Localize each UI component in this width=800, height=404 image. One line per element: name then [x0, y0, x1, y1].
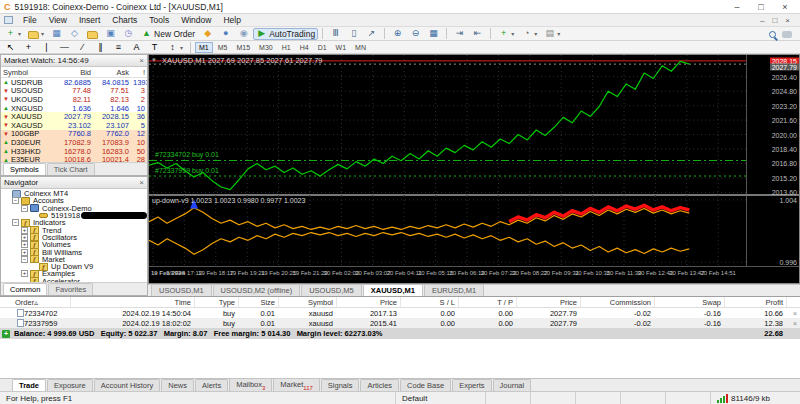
- tree-expand-icon[interactable]: +: [21, 234, 28, 241]
- line-chart-mode-button[interactable]: ↗: [363, 28, 380, 40]
- menu-view[interactable]: View: [43, 15, 73, 25]
- menu-help[interactable]: Help: [217, 15, 246, 25]
- zoom-in-button[interactable]: ⊕: [389, 28, 406, 40]
- new-order-button[interactable]: ▲New Order: [138, 28, 198, 40]
- column-header-ask[interactable]: Ask: [93, 68, 131, 77]
- terminal-tab-experts[interactable]: Experts: [452, 379, 491, 391]
- profiles-dropdown-arrow[interactable]: ▾: [41, 30, 44, 37]
- timeframe-w1[interactable]: W1: [332, 42, 351, 53]
- market-watch-row-xngusd[interactable]: ▲XNGUSD1.6361.64610: [1, 104, 147, 113]
- child-minimize-button[interactable]: –: [760, 16, 764, 25]
- menu-charts[interactable]: Charts: [106, 15, 143, 25]
- timeframe-m15[interactable]: M15: [232, 42, 254, 53]
- vertical-line-tool-button[interactable]: |: [38, 41, 55, 53]
- periods-button[interactable]: ◔▾: [518, 28, 540, 40]
- column-header-size[interactable]: Size: [238, 297, 278, 307]
- terminal-tab-market[interactable]: Market117: [273, 378, 320, 392]
- maximize-button[interactable]: □: [756, 2, 766, 12]
- menu-insert[interactable]: Insert: [73, 15, 106, 25]
- text-tool-button[interactable]: A: [128, 41, 145, 53]
- menu-tools[interactable]: Tools: [143, 15, 175, 25]
- metaeditor-button[interactable]: ◆: [199, 28, 216, 40]
- order-row-72337959[interactable]: 723379592024.02.19 18:02:02buy0.01xauusd…: [0, 318, 800, 328]
- strategy-tester-button[interactable]: ◷: [120, 28, 137, 40]
- tree-expand-icon[interactable]: +: [21, 249, 28, 256]
- order-row-72334702[interactable]: 723347022024.02.19 14:50:04buy0.01xauusd…: [0, 308, 800, 318]
- chart-menu-arrow-icon[interactable]: ▼: [151, 57, 157, 63]
- chart-tab-xauusd-m1[interactable]: XAUUSD,M1: [363, 284, 423, 296]
- column-header-symbol[interactable]: Symbol: [278, 297, 336, 307]
- terminal-tab-mailbox[interactable]: Mailbox3: [229, 378, 272, 392]
- profiles-button[interactable]: ▾: [25, 28, 47, 40]
- terminal-tab-alerts[interactable]: Alerts: [195, 379, 228, 391]
- terminal-toggle-button[interactable]: ▣: [102, 28, 119, 40]
- tab-tick-chart[interactable]: Tick Chart: [47, 163, 95, 175]
- text-label-tool-button[interactable]: T: [146, 41, 163, 53]
- timeframe-m5[interactable]: M5: [214, 42, 232, 53]
- market-watch-close-icon[interactable]: ×: [139, 56, 144, 65]
- terminal-tab-trade[interactable]: Trade: [12, 379, 46, 391]
- main-price-axis[interactable]: 2028.152027.792026.402024.802023.202021.…: [746, 55, 799, 194]
- close-button[interactable]: ×: [780, 2, 790, 12]
- new-chart-dropdown-arrow[interactable]: ▾: [18, 30, 21, 37]
- main-price-pane[interactable]: ▼ XAUUSD,M1 2027.69 2027.85 2027.61 2027…: [149, 55, 799, 196]
- timeframe-mn[interactable]: MN: [351, 42, 370, 53]
- timeframe-m1[interactable]: M1: [195, 42, 213, 53]
- market-watch-row-ukousd[interactable]: ▼UKOUSD82.1182.132: [1, 95, 147, 104]
- market-watch-row-100gbp[interactable]: ▼100GBP7760.87762.012: [1, 130, 147, 139]
- terminal-tab-articles[interactable]: Articles: [360, 379, 399, 391]
- timeframe-d1[interactable]: D1: [314, 42, 331, 53]
- column-header-price[interactable]: Price: [516, 297, 580, 307]
- minimize-button[interactable]: –: [732, 2, 742, 12]
- column-header-tp[interactable]: T / P: [458, 297, 516, 307]
- search-icon[interactable]: [769, 31, 776, 38]
- chart-tab-usousd-m1[interactable]: USOUSD,M1: [151, 284, 212, 296]
- timeframe-h4[interactable]: H4: [296, 42, 313, 53]
- close-order-button[interactable]: ×: [786, 320, 800, 327]
- experts-button[interactable]: ●: [217, 28, 234, 40]
- terminal-tab-news[interactable]: News: [161, 379, 194, 391]
- child-restore-button[interactable]: □: [772, 16, 777, 25]
- crosshair-tool-button[interactable]: +: [20, 41, 37, 53]
- indicator-pane[interactable]: up-down-v9 1.0023 1.0023 0.9980 0.9977 1…: [149, 196, 799, 266]
- close-order-button[interactable]: ×: [786, 310, 800, 317]
- tree-expand-icon[interactable]: +: [21, 227, 28, 234]
- navigator-item-oscillators[interactable]: +fOscillators: [1, 234, 147, 241]
- tree-collapse-icon[interactable]: −: [12, 219, 19, 226]
- tile-windows-button[interactable]: ▦: [425, 28, 442, 40]
- navigator-toggle-button[interactable]: [84, 28, 101, 40]
- main-plot[interactable]: ▼ XAUUSD,M1 2027.69 2027.85 2027.61 2027…: [149, 55, 746, 194]
- arrows-tool-dropdown-arrow[interactable]: ▾: [180, 44, 183, 51]
- tree-expand-icon[interactable]: +: [21, 241, 28, 248]
- chart-window-icon[interactable]: [4, 16, 13, 24]
- templates-button[interactable]: ▤▾: [541, 28, 563, 40]
- tab-symbols[interactable]: Symbols: [3, 163, 46, 175]
- menu-window[interactable]: Window: [175, 15, 217, 25]
- new-chart-button[interactable]: +▾: [2, 28, 24, 40]
- column-header-symbol[interactable]: Symbol: [1, 68, 53, 77]
- indicators-list-button[interactable]: +▾: [495, 28, 517, 40]
- menu-file[interactable]: File: [17, 15, 43, 25]
- market-watch-toggle-button[interactable]: ▦: [48, 28, 65, 40]
- fibonacci-tool-button[interactable]: ≡: [110, 41, 127, 53]
- timeframe-h1[interactable]: H1: [278, 42, 295, 53]
- column-header-open_price[interactable]: Price: [336, 297, 400, 307]
- chart-tab-usousd-m5[interactable]: USOUSD,M5: [301, 284, 362, 296]
- indicator-plot[interactable]: up-down-v9 1.0023 1.0023 0.9980 0.9977 1…: [149, 196, 746, 266]
- community-icon[interactable]: [782, 31, 792, 38]
- chart-tab-eurusd-m1[interactable]: EURUSD,M1: [424, 284, 484, 296]
- indicator-axis[interactable]: 1.0040.996: [746, 196, 799, 266]
- time-axis[interactable]: 19 Feb 202419 Feb 17:1319 Feb 18:1719 Fe…: [149, 266, 799, 282]
- trendline-tool-button[interactable]: ∕: [74, 41, 91, 53]
- column-header-commission[interactable]: Commission: [580, 297, 654, 307]
- terminal-tab-code-base[interactable]: Code Base: [400, 379, 451, 391]
- navigator-item-bill-williams[interactable]: +fBill Williams: [1, 248, 147, 255]
- chart-shift-button[interactable]: ⇤: [469, 28, 486, 40]
- column-header-profit[interactable]: Profit: [724, 297, 786, 307]
- navigator-close-icon[interactable]: ×: [139, 178, 144, 187]
- column-header-bid[interactable]: Bid: [53, 68, 93, 77]
- templates-dropdown-arrow[interactable]: ▾: [557, 30, 560, 37]
- market-watch-row-d30eur[interactable]: ▲D30EUR17082.917083.910: [1, 138, 147, 147]
- chart-window[interactable]: ▼ XAUUSD,M1 2027.69 2027.85 2027.61 2027…: [148, 54, 800, 284]
- indicators-list-dropdown-arrow[interactable]: ▾: [511, 30, 514, 37]
